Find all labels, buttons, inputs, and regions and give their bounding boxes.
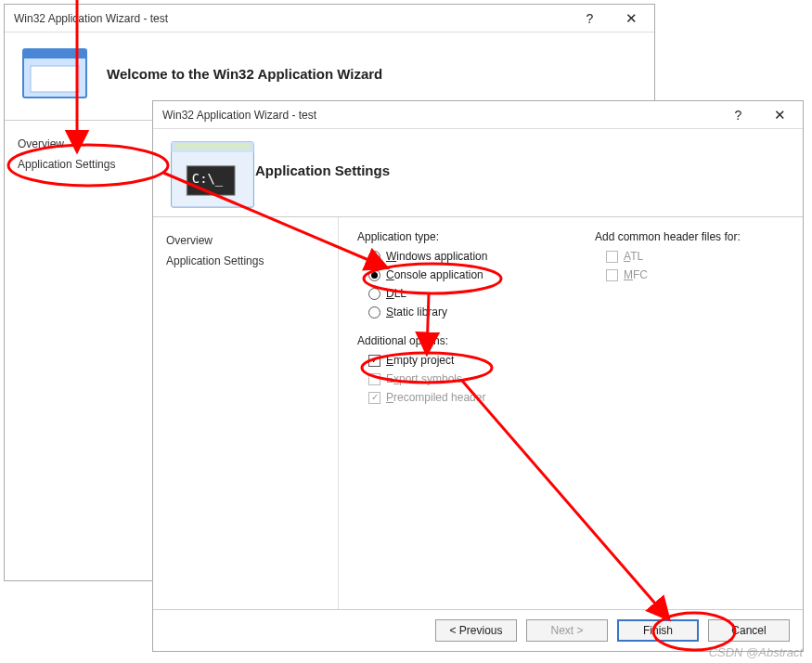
checkbox-label: Precompiled header <box>386 391 485 404</box>
page-heading: Welcome to the Win32 Application Wizard <box>107 66 645 82</box>
page-heading: Application Settings <box>255 162 793 178</box>
radio-label: Static library <box>386 306 447 318</box>
sidebar-item-overview[interactable]: Overview <box>164 230 327 251</box>
sidebar-item-overview[interactable]: Overview <box>16 134 150 154</box>
check-export-symbols: Export symbols <box>357 370 552 388</box>
radio-dll[interactable]: DLL <box>357 284 552 303</box>
svg-rect-1 <box>23 49 86 58</box>
additional-options-label: Additional options: <box>357 334 552 347</box>
window-title: Win32 Application Wizard - test <box>162 109 717 122</box>
close-button[interactable]: ✕ <box>611 6 652 32</box>
titlebar: Win32 Application Wizard - test ? ✕ <box>153 101 803 129</box>
cancel-button[interactable]: Cancel <box>708 619 790 642</box>
help-button[interactable]: ? <box>569 6 611 32</box>
content-area: Application type: Windows application Co… <box>339 217 803 609</box>
check-empty-project[interactable]: Empty project <box>357 351 552 370</box>
wizard-banner-icon <box>18 44 92 103</box>
help-button[interactable]: ? <box>717 102 759 128</box>
window-title: Win32 Application Wizard - test <box>14 12 569 25</box>
app-type-label: Application type: <box>357 230 552 243</box>
wizard-settings-window: Win32 Application Wizard - test ? ✕ C:\_… <box>152 100 804 652</box>
close-button[interactable]: ✕ <box>759 102 801 128</box>
checkbox-icon <box>368 392 380 404</box>
svg-text:C:\_: C:\_ <box>192 171 224 187</box>
sidebar: Overview Application Settings <box>5 121 162 580</box>
check-atl: ATL <box>595 247 741 266</box>
checkbox-label: Empty project <box>386 354 454 367</box>
radio-label: DLL <box>386 287 406 300</box>
radio-static-library[interactable]: Static library <box>357 303 552 321</box>
svg-rect-5 <box>174 144 250 150</box>
radio-console-application[interactable]: Console application <box>357 266 552 284</box>
check-mfc: MFC <box>595 266 741 284</box>
radio-icon <box>368 251 380 263</box>
console-banner-icon: C:\_ <box>166 140 240 200</box>
sidebar-item-app-settings[interactable]: Application Settings <box>16 154 150 175</box>
watermark: CSDN @Abstract <box>709 645 803 659</box>
finish-button[interactable]: Finish <box>617 619 699 642</box>
svg-rect-2 <box>31 66 79 92</box>
radio-icon <box>368 269 380 281</box>
check-precompiled-header: Precompiled header <box>357 388 552 407</box>
previous-button[interactable]: < Previous <box>435 619 517 642</box>
checkbox-label: MFC <box>624 268 648 281</box>
sidebar-item-app-settings[interactable]: Application Settings <box>164 251 327 271</box>
header-files-label: Add common header files for: <box>595 230 741 243</box>
checkbox-icon <box>368 355 380 367</box>
checkbox-icon <box>606 269 618 281</box>
banner: C:\_ Application Settings <box>153 129 803 217</box>
checkbox-icon <box>368 373 380 385</box>
next-button: Next > <box>526 619 608 642</box>
radio-label: Windows application <box>386 250 487 263</box>
checkbox-label: ATL <box>624 250 643 263</box>
radio-label: Console application <box>386 268 483 281</box>
radio-icon <box>368 288 380 300</box>
radio-icon <box>368 306 380 318</box>
radio-windows-application[interactable]: Windows application <box>357 247 552 266</box>
titlebar: Win32 Application Wizard - test ? ✕ <box>5 5 654 32</box>
checkbox-label: Export symbols <box>386 372 462 385</box>
footer-buttons: < Previous Next > Finish Cancel <box>153 609 803 651</box>
sidebar: Overview Application Settings <box>153 217 339 609</box>
checkbox-icon <box>606 251 618 263</box>
